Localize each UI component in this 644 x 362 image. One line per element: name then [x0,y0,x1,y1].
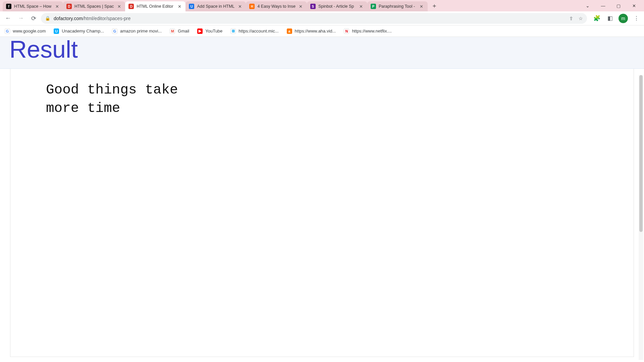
tab-favicon: U [189,4,194,9]
reload-button[interactable]: ⟳ [28,13,39,24]
bookmark-label: YouTube [205,28,222,34]
bookmark-item[interactable]: Nhttps://www.netflix.... [342,27,393,35]
bookmarks-bar: Gwww.google.comUUnacademy Champ...Gamazo… [0,25,644,37]
bookmark-label: Gmail [178,28,189,34]
tab-favicon: D [66,4,72,9]
tab-favicon: P [371,4,376,9]
tab-strip: fHTML Space – How✕DHTML Spaces | Spac✕DH… [0,0,428,11]
bookmark-item[interactable]: ahttps://www.aha.vid... [285,27,337,35]
tab-favicon: D [128,4,134,9]
url-path: /html/editor/spaces-pre [83,16,130,21]
url-host: dofactory.com [54,16,83,21]
pre-output: Good things take more time [46,81,598,118]
extensions-icon[interactable]: 🧩 [592,13,602,23]
bookmark-item[interactable]: Gwww.google.com [3,27,47,35]
tab-title: Paraphrasing Tool - [379,4,416,9]
new-tab-button[interactable]: ＋ [430,1,439,10]
bookmark-item[interactable]: ⊞https://account.mic... [229,27,280,35]
tab-search-button[interactable]: ⌄ [583,3,592,8]
bookmark-favicon: a [287,28,292,34]
tab-close-icon[interactable]: ✕ [237,4,243,9]
bookmark-label: amazon prime movi... [120,28,162,34]
tab-close-icon[interactable]: ✕ [419,4,424,9]
kebab-menu-icon[interactable]: ⋮ [631,13,641,23]
vertical-scrollbar[interactable] [639,75,643,360]
tab-title: HTML Space – How [14,4,52,9]
bookmark-label: www.google.com [13,28,46,34]
scrollbar-thumb[interactable] [639,75,643,232]
profile-avatar[interactable]: m [619,14,628,23]
bookmark-favicon: G [5,28,10,34]
tab-favicon: H [249,4,255,9]
tab-title: Add Space in HTML [197,4,234,9]
tab-close-icon[interactable]: ✕ [177,4,182,9]
tab-close-icon[interactable]: ✕ [54,4,60,9]
back-button[interactable]: ← [3,13,13,24]
bookmark-favicon: M [170,28,175,34]
bookmark-star-icon[interactable]: ☆ [579,16,583,21]
window-controls: ⌄ — ▢ ✕ [576,0,644,11]
address-bar[interactable]: 🔒 dofactory.com/html/editor/spaces-pre ⇪… [41,13,587,24]
browser-tab[interactable]: PParaphrasing Tool -✕ [367,1,428,11]
maximize-button[interactable]: ▢ [614,3,623,8]
bookmark-favicon: N [344,28,349,34]
bookmark-label: Unacademy Champ... [62,28,104,34]
page-content: Result Good things take more time [0,37,644,362]
lock-icon: 🔒 [45,16,50,21]
browser-tab[interactable]: H4 Easy Ways to Inse✕ [246,1,307,11]
bookmark-item[interactable]: UUnacademy Champ... [52,27,105,35]
browser-titlebar: fHTML Space – How✕DHTML Spaces | Spac✕DH… [0,0,644,11]
result-frame: Good things take more time [10,69,634,357]
tab-favicon: f [6,4,11,9]
share-icon[interactable]: ⇪ [569,16,573,21]
browser-toolbar: ← → ⟳ 🔒 dofactory.com/html/editor/spaces… [0,11,644,25]
bookmark-item[interactable]: MGmail [168,27,191,35]
browser-tab[interactable]: DHTML Spaces | Spac✕ [63,1,125,11]
tab-title: HTML Spaces | Spac [74,4,114,9]
tab-favicon: S [310,4,316,9]
tab-title: 4 Easy Ways to Inse [257,4,295,9]
bookmark-favicon: U [54,28,59,34]
result-heading: Result [9,37,644,62]
browser-tab[interactable]: fHTML Space – How✕ [3,1,63,11]
close-window-button[interactable]: ✕ [629,3,639,8]
tab-close-icon[interactable]: ✕ [116,4,122,9]
tab-title: Spinbot - Article Sp [318,4,356,9]
tab-close-icon[interactable]: ✕ [298,4,304,9]
bookmark-label: https://www.aha.vid... [295,28,336,34]
tab-close-icon[interactable]: ✕ [359,4,364,9]
bookmark-favicon: G [112,28,117,34]
bookmark-item[interactable]: Gamazon prime movi... [111,27,163,35]
result-header: Result [0,37,644,69]
bookmark-item[interactable]: ▶YouTube [196,27,224,35]
browser-tab[interactable]: DHTML Online Editor✕ [125,1,185,11]
bookmark-label: https://account.mic... [238,28,278,34]
tab-title: HTML Online Editor [137,4,174,9]
bookmark-label: https://www.netflix.... [352,28,392,34]
bookmark-favicon: ⊞ [230,28,236,34]
minimize-button[interactable]: — [598,3,608,8]
side-panel-icon[interactable]: ◧ [605,13,615,23]
browser-tab[interactable]: UAdd Space in HTML✕ [185,1,246,11]
forward-button[interactable]: → [15,13,26,24]
bookmark-favicon: ▶ [197,28,203,34]
browser-tab[interactable]: SSpinbot - Article Sp✕ [307,1,367,11]
